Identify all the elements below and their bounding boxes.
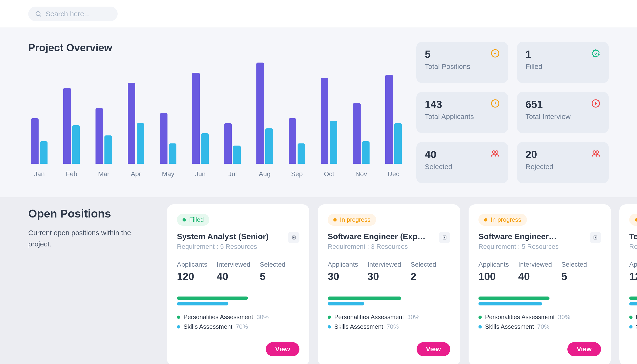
status-dot-icon <box>635 218 637 222</box>
stat-label: Rejected <box>525 163 600 171</box>
metric-label: Applicants <box>629 261 637 268</box>
legend-pct: 70% <box>386 323 399 330</box>
position-card: In progress Software Engineer… Requireme… <box>469 204 611 364</box>
position-requirement: Requirement : 5 Resources <box>478 243 559 250</box>
stat-label: Total Positions <box>425 62 500 70</box>
position-title: Software Engineer (Expert) <box>328 232 426 241</box>
position-title: Technical Lead <box>629 232 637 241</box>
bar-label: Jun <box>195 170 206 178</box>
metric-value: 5 <box>561 271 587 282</box>
bar-group: Dec <box>382 62 405 178</box>
progress-bar <box>328 302 364 306</box>
bar-secondary <box>330 121 337 164</box>
clock-icon <box>491 99 500 108</box>
bar-primary <box>63 88 71 164</box>
progress-bars <box>177 296 299 308</box>
list-icon <box>593 235 598 240</box>
bar-group: Sep <box>286 62 308 178</box>
bar-group: Oct <box>318 62 340 178</box>
status-text: In progress <box>491 216 521 224</box>
stat-card[interactable]: 40 Selected <box>416 142 508 183</box>
bar-label: Dec <box>388 170 399 178</box>
chart-panel: Project Overview JanFebMarAprMayJunJulAu… <box>28 42 405 178</box>
overview-section: Project Overview JanFebMarAprMayJunJulAu… <box>0 28 637 197</box>
bar-label: Nov <box>355 170 367 178</box>
position-card: In progress Technical Lead Requirement :… <box>619 204 637 364</box>
svg-point-8 <box>596 151 599 153</box>
progress-bars <box>328 296 450 308</box>
metric-value: 120 <box>177 271 207 282</box>
svg-line-1 <box>40 15 41 16</box>
status-text: Filled <box>189 216 204 224</box>
legend-name: Personalities Assessment <box>184 314 253 321</box>
bar-primary <box>385 75 393 164</box>
stat-card[interactable]: 1 Filled <box>517 42 609 83</box>
status-badge: Filled <box>177 214 209 226</box>
stat-card[interactable]: 5 Total Positions <box>416 42 508 83</box>
stat-card[interactable]: 143 Total Applicants <box>416 92 508 133</box>
bar-secondary <box>394 123 402 164</box>
bar-primary <box>192 73 200 164</box>
status-dot-icon <box>183 218 186 222</box>
card-menu-button[interactable] <box>439 232 450 243</box>
stat-label: Total Applicants <box>425 113 500 121</box>
legend-dot-icon <box>629 316 632 319</box>
bar-secondary <box>233 146 241 164</box>
legend-item: Skills Assessment 70% <box>177 323 299 330</box>
legend-item: Personalities Assessment <box>629 314 637 321</box>
bar-group: Jun <box>189 62 212 178</box>
progress-bar <box>629 302 637 306</box>
bar-primary <box>31 118 39 164</box>
bar-primary <box>128 83 135 164</box>
metrics-row: Applicants 100 Interviewed 40 Selected 5 <box>478 261 601 282</box>
bar-label: May <box>162 170 174 178</box>
bar-label: Oct <box>324 170 334 178</box>
card-menu-button[interactable] <box>590 232 601 243</box>
card-menu-button[interactable] <box>288 232 299 243</box>
stat-label: Filled <box>525 62 600 70</box>
bar-secondary <box>137 123 144 164</box>
svg-point-7 <box>593 151 595 153</box>
search-input[interactable] <box>46 10 111 18</box>
view-button[interactable]: View <box>266 342 299 356</box>
legend-name: Personalities Assessment <box>636 314 637 321</box>
metric-label: Selected <box>260 261 285 268</box>
position-card: Filled System Analyst (Senior) Requireme… <box>167 204 309 364</box>
check-badge-icon <box>591 49 600 58</box>
metric-label: Applicants <box>177 261 207 268</box>
stat-value: 40 <box>425 148 500 160</box>
metric-value: 5 <box>260 271 285 282</box>
bar-group: Apr <box>125 62 147 178</box>
metric-label: Interviewed <box>367 261 401 268</box>
header <box>0 0 637 28</box>
positions-title: Open Positions <box>28 207 153 220</box>
bar-secondary <box>169 144 176 164</box>
bar-group: Mar <box>93 62 115 178</box>
legend-name: Personalities Assessment <box>334 314 404 321</box>
legend-name: Skills Assessment <box>485 323 534 330</box>
bar-secondary <box>201 133 209 164</box>
bar-group: Jan <box>28 62 51 178</box>
status-dot-icon <box>484 218 487 222</box>
bar-group: Feb <box>61 62 83 178</box>
bolt-icon <box>491 49 500 58</box>
list-icon <box>442 235 447 240</box>
progress-bar <box>328 296 401 300</box>
bar-primary <box>289 118 296 164</box>
stat-card[interactable]: 651 Total Interview <box>517 92 609 133</box>
play-icon <box>591 99 600 108</box>
bar-label: Jan <box>34 170 45 178</box>
stat-card[interactable]: 20 Rejected <box>517 142 609 183</box>
metric-value: 30 <box>328 271 358 282</box>
progress-bar <box>177 302 228 306</box>
progress-bar <box>478 302 542 306</box>
view-button[interactable]: View <box>567 342 601 356</box>
search-bar[interactable] <box>28 6 118 21</box>
legend-dot-icon <box>629 325 632 328</box>
view-button[interactable]: View <box>417 342 450 356</box>
bar-secondary <box>72 125 80 164</box>
metric-label: Applicants <box>328 261 358 268</box>
status-dot-icon <box>333 218 337 222</box>
bar-secondary <box>298 144 305 164</box>
stats-grid: 5 Total Positions 1 Filled 143 Total App… <box>416 42 609 183</box>
